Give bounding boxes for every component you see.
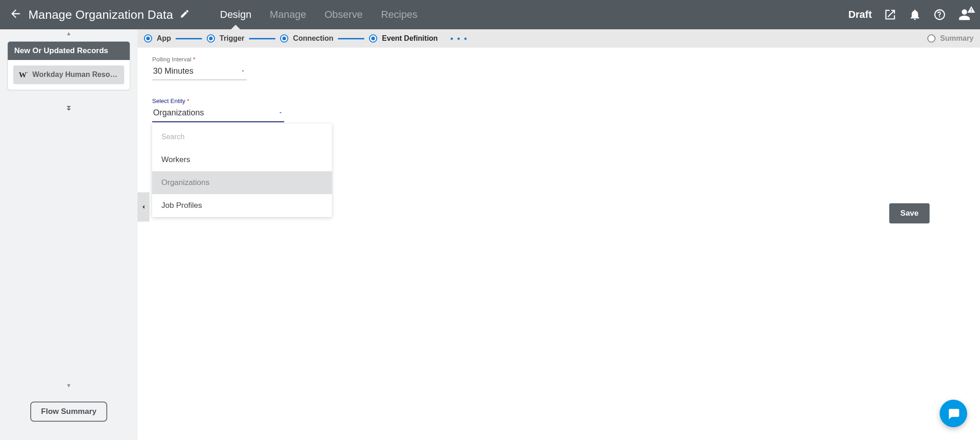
back-arrow-icon[interactable] [9,7,22,22]
radio-filled-icon [369,34,377,43]
flow-summary-wrap: Flow Summary [0,390,138,440]
trigger-card-title: New Or Updated Records [8,42,130,60]
step-label: Trigger [220,34,244,43]
scroll-up-icon[interactable]: ▲ [0,29,138,38]
select-entity-select[interactable]: Organizations [152,106,284,122]
step-event-definition[interactable]: Event Definition [369,34,438,43]
step-trigger[interactable]: Trigger [207,34,244,43]
body-layout: ▲ New Or Updated Records W· Workday Huma… [0,29,980,440]
flow-summary-button[interactable]: Flow Summary [30,402,108,422]
dropdown-option-workers[interactable]: Workers [152,148,332,171]
form-area: Polling Interval * 30 Minutes Select Ent… [138,48,980,130]
tab-observe[interactable]: Observe [325,0,363,29]
save-button[interactable]: Save [889,203,930,223]
step-bar: App Trigger Connection Event Definition [138,29,980,48]
step-connector-line [338,38,364,39]
tab-recipes[interactable]: Recipes [381,0,417,29]
radio-filled-icon [207,34,215,43]
field-label: Select Entity * [152,98,965,104]
topbar-left: Manage Organization Data [9,7,211,22]
page-title: Manage Organization Data [28,8,173,22]
dropdown-option-organizations[interactable]: Organizations [152,171,332,194]
step-label: Summary [940,34,974,43]
step-app[interactable]: App [144,34,171,43]
field-label: Polling Interval * [152,56,965,63]
step-connector-line [249,38,275,39]
workday-icon: W· [19,70,28,80]
warning-badge-icon [967,5,975,14]
select-entity-field: Select Entity * Organizations [152,98,965,122]
expand-chevrons-icon[interactable] [0,103,138,115]
step-label: App [157,34,171,43]
trigger-card: New Or Updated Records W· Workday Human … [7,41,130,90]
caret-down-icon [240,66,246,76]
main-panel: App Trigger Connection Event Definition [138,29,980,440]
dropdown-option-job-profiles[interactable]: Job Profiles [152,194,332,217]
step-label: Event Definition [382,34,438,43]
top-bar: Manage Organization Data Design Manage O… [0,0,980,29]
status-badge: Draft [848,9,872,21]
entity-dropdown: Workers Organizations Job Profiles [152,124,332,217]
caret-down-icon [278,108,283,118]
topbar-right: Draft [848,8,971,21]
open-external-icon[interactable] [884,8,897,21]
radio-filled-icon [280,34,288,43]
step-connector-line [176,38,202,39]
bell-icon[interactable] [908,8,921,21]
step-dots-icon [451,38,467,40]
trigger-card-body: W· Workday Human Resource [8,60,130,90]
polling-interval-field: Polling Interval * 30 Minutes [152,56,965,80]
step-connection[interactable]: Connection [280,34,333,43]
tab-manage[interactable]: Manage [270,0,306,29]
step-summary[interactable]: Summary [927,34,974,43]
select-value: Organizations [153,108,204,118]
radio-empty-icon [927,34,936,43]
tab-design[interactable]: Design [220,0,251,29]
left-panel: ▲ New Or Updated Records W· Workday Huma… [0,29,138,440]
connector-label: Workday Human Resource [33,71,119,79]
select-value: 30 Minutes [153,66,193,76]
topbar-tabs: Design Manage Observe Recipes [220,0,418,29]
polling-interval-select[interactable]: 30 Minutes [152,65,247,80]
user-icon[interactable] [958,8,971,21]
chat-fab[interactable] [940,400,967,427]
radio-filled-icon [144,34,152,43]
scroll-down-icon[interactable]: ▼ [0,381,138,390]
connector-block[interactable]: W· Workday Human Resource [13,65,124,84]
help-icon[interactable] [933,8,946,21]
step-label: Connection [293,34,333,43]
collapse-handle[interactable] [138,192,149,222]
dropdown-search-input[interactable] [152,125,332,148]
edit-icon[interactable] [180,9,190,21]
